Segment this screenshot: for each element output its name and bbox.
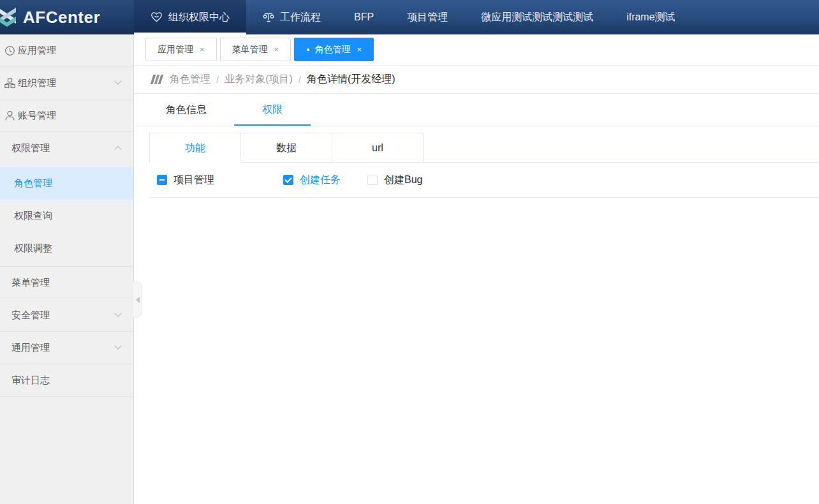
tab-url[interactable]: url <box>332 133 424 162</box>
nav-item-label: iframe测试 <box>626 11 675 24</box>
slanted-bars-icon <box>152 75 162 84</box>
sidebar-item-label: 安全管理 <box>11 309 50 322</box>
perm-item-create-bug: 创建Bug <box>367 174 422 187</box>
sidebar-item-menu-management[interactable]: 菜单管理 <box>0 267 133 299</box>
active-dot-icon: • <box>306 45 309 54</box>
workflow-icon <box>263 11 274 23</box>
nav-item-label: 微应用测试测试测试测试 <box>481 11 593 24</box>
chevron-up-icon <box>114 145 121 152</box>
checked-checkbox[interactable] <box>283 175 293 185</box>
layout: 应用管理 组织管理 账号管理 <box>0 34 819 504</box>
sidebar-item-label: 角色管理 <box>14 177 52 189</box>
collapse-left-arrow-icon <box>136 297 140 303</box>
perm-item-project-management: 项目管理 <box>157 174 283 187</box>
permission-panel: 功能 数据 url 项目管理 创建任务 <box>134 126 819 504</box>
tab-menu-management[interactable]: 菜单管理 × <box>220 38 291 61</box>
tab-role-management[interactable]: • 角色管理 × <box>294 38 374 61</box>
clock-icon <box>4 45 15 56</box>
perm-item-create-task: 创建任务 <box>283 174 367 187</box>
chevron-down-icon <box>114 78 121 85</box>
sidebar-item-role-management[interactable]: 角色管理 <box>0 167 133 200</box>
close-icon[interactable]: × <box>200 45 205 54</box>
org-icon <box>4 78 15 89</box>
open-tabs-bar: 应用管理 × 菜单管理 × • 角色管理 × <box>134 34 819 66</box>
nav-item-project-management[interactable]: 项目管理 <box>390 0 464 34</box>
sidebar: 应用管理 组织管理 账号管理 <box>0 34 134 504</box>
nav-item-bfp[interactable]: BFP <box>337 0 390 34</box>
tab-app-management[interactable]: 应用管理 × <box>145 38 217 61</box>
sidebar-item-app-management[interactable]: 应用管理 <box>0 34 133 67</box>
brand-name: AFCenter <box>23 8 100 27</box>
perm-label[interactable]: 创建任务 <box>300 174 341 187</box>
sidebar-item-label: 菜单管理 <box>11 277 50 289</box>
tab-permission[interactable]: 权限 <box>234 94 311 126</box>
sidebar-item-account-management[interactable]: 账号管理 <box>0 100 133 132</box>
breadcrumb-separator: / <box>299 74 301 85</box>
main-content: 应用管理 × 菜单管理 × • 角色管理 × 角色管理 / 业务对象(项目) /… <box>134 34 819 504</box>
sidebar-item-label: 组织管理 <box>18 77 56 89</box>
perm-label[interactable]: 项目管理 <box>173 174 214 187</box>
chevron-down-icon <box>114 310 121 317</box>
sidebar-item-audit-log[interactable]: 审计日志 <box>0 364 133 397</box>
tab-label: 应用管理 <box>158 44 193 56</box>
breadcrumb-separator: / <box>216 74 219 85</box>
unchecked-checkbox[interactable] <box>367 175 378 185</box>
nav-item-label: BFP <box>354 11 374 23</box>
user-icon <box>4 110 15 121</box>
tab-label: 菜单管理 <box>232 44 268 56</box>
function-permission-row: 项目管理 创建任务 创建Bug <box>149 163 819 198</box>
sidebar-item-permission-adjust[interactable]: 权限调整 <box>0 232 133 265</box>
nav-item-iframe-test[interactable]: iframe测试 <box>610 0 691 34</box>
sidebar-item-label: 账号管理 <box>18 110 56 122</box>
perm-label[interactable]: 创建Bug <box>384 174 422 187</box>
permission-submenu: 角色管理 权限查询 权限调整 <box>0 165 133 267</box>
nav-item-microapp-test[interactable]: 微应用测试测试测试测试 <box>464 0 610 34</box>
breadcrumb: 角色管理 / 业务对象(项目) / 角色详情(开发经理) <box>134 66 819 94</box>
breadcrumb-business-object[interactable]: 业务对象(项目) <box>225 73 293 86</box>
sidebar-item-permission-query[interactable]: 权限查询 <box>0 200 133 232</box>
tab-label: 角色信息 <box>166 104 207 115</box>
sidebar-item-permission-management[interactable]: 权限管理 <box>0 132 133 165</box>
sidebar-item-organization-management[interactable]: 组织管理 <box>0 67 133 100</box>
tab-label: 功能 <box>185 142 205 153</box>
nav-item-workflow[interactable]: 工作流程 <box>246 0 337 34</box>
tab-data[interactable]: 数据 <box>240 133 332 162</box>
top-nav-menu: 组织权限中心 工作流程 BFP 项目管理 微应用测试测 <box>134 0 692 34</box>
tab-function[interactable]: 功能 <box>149 133 241 163</box>
permission-type-tabs: 功能 数据 url <box>149 133 819 163</box>
role-detail-tabs: 角色信息 权限 <box>134 94 819 126</box>
sidebar-collapse-handle[interactable] <box>133 281 142 318</box>
heart-face-icon <box>151 11 163 23</box>
sidebar-item-label: 权限调整 <box>14 242 52 255</box>
sidebar-item-label: 权限管理 <box>11 142 50 154</box>
nav-item-label: 组织权限中心 <box>168 11 230 24</box>
nav-item-label: 项目管理 <box>407 11 448 24</box>
top-navbar: AFCenter 组织权限中心 <box>0 0 819 34</box>
indeterminate-checkbox[interactable] <box>157 175 167 185</box>
sidebar-item-general-management[interactable]: 通用管理 <box>0 332 133 364</box>
close-icon[interactable]: × <box>274 45 279 54</box>
breadcrumb-role-detail: 角色详情(开发经理) <box>307 73 395 86</box>
tab-role-info[interactable]: 角色信息 <box>148 94 225 126</box>
sidebar-item-label: 审计日志 <box>11 374 50 387</box>
nav-item-org-permission-center[interactable]: 组织权限中心 <box>134 0 246 34</box>
chevron-down-icon <box>114 343 121 350</box>
nav-item-label: 工作流程 <box>280 11 321 24</box>
sidebar-item-label: 通用管理 <box>11 342 50 354</box>
sidebar-item-label: 应用管理 <box>18 45 56 57</box>
brand[interactable]: AFCenter <box>0 0 134 34</box>
sidebar-item-label: 权限查询 <box>14 210 52 222</box>
tab-label: url <box>372 142 383 153</box>
breadcrumb-role-management[interactable]: 角色管理 <box>170 73 210 86</box>
tab-label: 数据 <box>276 142 297 153</box>
tab-label: 角色管理 <box>314 44 350 56</box>
sidebar-item-security-management[interactable]: 安全管理 <box>0 299 133 332</box>
close-icon[interactable]: × <box>357 45 362 54</box>
afcenter-logo-icon <box>0 4 18 31</box>
tab-label: 权限 <box>262 104 283 115</box>
